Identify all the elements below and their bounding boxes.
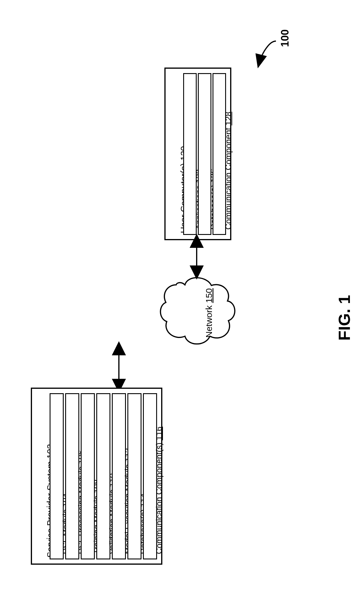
arrow-network-sp-icon bbox=[114, 347, 123, 388]
sp-item-1: DSL Processing Module 106 bbox=[65, 393, 79, 559]
diagram-canvas: 100 FIG. 1 User Computer(s) 120 Applicat… bbox=[0, 0, 364, 592]
network-cloud-icon bbox=[159, 273, 235, 349]
figure-label: FIG. 1 bbox=[335, 295, 354, 341]
uc-item-2-label: Communication Component bbox=[224, 128, 233, 230]
sp-item-6-label: Communication Component(s) bbox=[154, 443, 164, 554]
sp-item-4: Model Execution Module 112 bbox=[112, 393, 126, 559]
sp-item-2: Training Module 108 bbox=[81, 393, 95, 559]
sp-item-0: DSL Module 104 bbox=[50, 393, 64, 559]
uc-item-0: Applications 122 bbox=[183, 73, 197, 235]
arrow-uc-network-icon bbox=[192, 239, 201, 274]
service-provider-box: Service Provider System 102 DSL Module 1… bbox=[31, 388, 162, 565]
sp-item-5: Database(s) 114 bbox=[127, 393, 141, 559]
user-computer-box: User Computer(s) 120 Applications 122 Da… bbox=[164, 68, 231, 240]
network-label: Network 150 bbox=[204, 288, 214, 338]
uc-item-2-num: 128 bbox=[224, 112, 233, 125]
sp-item-3: Validation Module 110 bbox=[96, 393, 110, 559]
sp-item-6: Communication Component(s) 116 bbox=[143, 393, 157, 559]
uc-item-2: Communication Component 128 bbox=[213, 73, 226, 235]
uc-item-1: Database(s) 126 bbox=[198, 73, 211, 235]
sp-item-6-num: 116 bbox=[154, 427, 164, 440]
ref-arrow-icon bbox=[255, 38, 282, 70]
